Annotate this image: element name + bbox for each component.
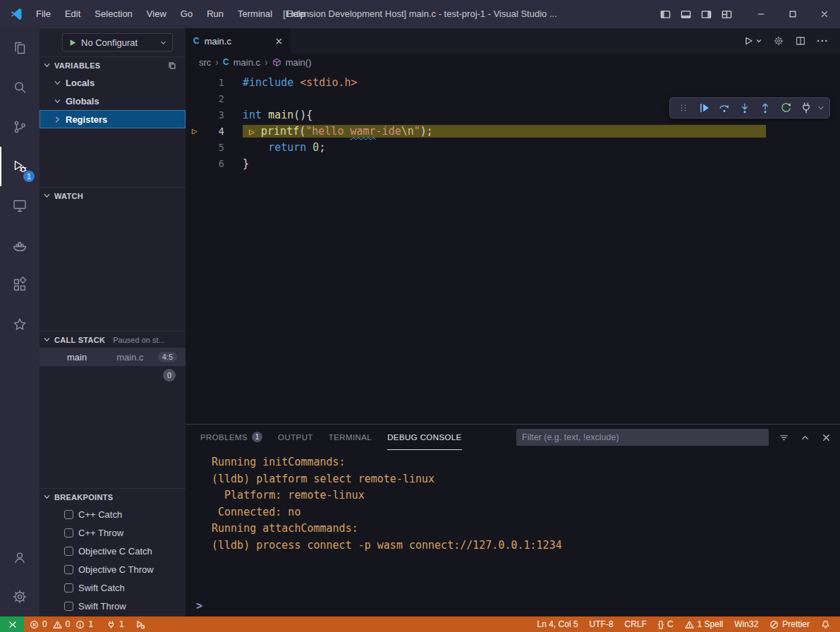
code-line-content[interactable]: ▷printf("hello wamr-ide\n"); xyxy=(243,125,766,138)
activity-extensions[interactable] xyxy=(0,265,39,305)
code-editor[interactable]: 1#include <stdio.h>23int main(){▷4 ▷prin… xyxy=(186,71,840,424)
variables-section-header[interactable]: VARIABLES xyxy=(39,56,185,73)
breakpoint-item[interactable]: Swift Throw xyxy=(39,597,185,615)
call-stack-frame[interactable]: main main.c 4:5 xyxy=(39,348,185,366)
breakpoint-checkbox[interactable] xyxy=(64,583,73,592)
panel-tab-terminal[interactable]: TERMINAL xyxy=(329,425,372,450)
breakpoint-checkbox[interactable] xyxy=(64,510,73,519)
menu-run[interactable]: Run xyxy=(200,0,231,28)
configure-gear-button[interactable] xyxy=(773,35,784,47)
ports-count: 1 xyxy=(119,619,124,629)
more-actions-button[interactable]: ··· xyxy=(817,35,829,47)
breakpoint-item[interactable]: C++ Catch xyxy=(39,505,185,523)
activity-run-and-debug[interactable]: 1 xyxy=(0,147,39,186)
breakpoints-section-header[interactable]: BREAKPOINTS xyxy=(39,488,185,505)
run-or-debug-button[interactable] xyxy=(743,35,762,47)
language-mode[interactable]: {} C xyxy=(652,616,679,632)
continue-button[interactable] xyxy=(694,99,713,116)
maximize-button[interactable] xyxy=(777,0,808,28)
formatter-status[interactable]: Prettier xyxy=(764,616,815,632)
code-line-1[interactable]: 1#include <stdio.h> xyxy=(186,74,840,90)
notifications-bell[interactable] xyxy=(815,616,836,632)
step-out-button[interactable] xyxy=(755,99,774,116)
watch-section-header[interactable]: WATCH xyxy=(39,187,185,204)
menu-edit[interactable]: Edit xyxy=(58,0,87,28)
variables-item-globals[interactable]: Globals xyxy=(39,92,185,110)
breakpoint-item[interactable]: Swift Catch xyxy=(39,578,185,597)
customize-layout-icon[interactable] xyxy=(722,9,732,20)
activity-explorer[interactable] xyxy=(0,28,39,68)
ports-status[interactable]: 1 xyxy=(101,616,130,632)
code-line-content[interactable]: #include <stdio.h> xyxy=(243,76,840,89)
breadcrumb-folder[interactable]: src xyxy=(199,57,211,68)
activity-settings[interactable] xyxy=(0,577,39,616)
menu-file[interactable]: File xyxy=(29,0,58,28)
chevron-down-icon[interactable] xyxy=(817,104,826,112)
remote-indicator[interactable] xyxy=(0,616,24,632)
inline-breakpoint-icon: ▷ xyxy=(249,126,261,137)
maximize-panel-icon[interactable] xyxy=(800,432,810,443)
breakpoint-checkbox[interactable] xyxy=(64,528,73,537)
toggle-panel-icon[interactable] xyxy=(681,9,691,20)
encoding-indicator[interactable]: UTF-8 xyxy=(584,616,619,632)
call-stack-section-header[interactable]: CALL STACK Paused on st... xyxy=(39,331,185,348)
debug-console-input[interactable]: > xyxy=(186,595,840,616)
cursor-position[interactable]: Ln 4, Col 5 xyxy=(532,616,584,632)
close-window-button[interactable] xyxy=(808,0,840,28)
step-over-button[interactable] xyxy=(714,99,734,116)
toggle-sidebar-right-icon[interactable] xyxy=(701,9,712,20)
breakpoint-item[interactable]: Objective C Catch xyxy=(39,542,185,560)
code-line-6[interactable]: 6} xyxy=(186,155,840,171)
breakpoint-checkbox[interactable] xyxy=(64,547,73,556)
tab-main-c[interactable]: C main.c xyxy=(186,28,291,54)
menu-selection[interactable]: Selection xyxy=(87,0,139,28)
breakpoint-checkbox[interactable] xyxy=(64,602,73,611)
minimize-button[interactable] xyxy=(745,0,777,28)
close-panel-icon[interactable] xyxy=(821,432,832,443)
info-count: 1 xyxy=(88,619,93,629)
platform-indicator[interactable]: Win32 xyxy=(729,616,764,632)
breakpoint-item[interactable]: C++ Throw xyxy=(39,523,185,542)
debug-current-line-arrow-icon[interactable]: ▷ xyxy=(186,126,203,136)
chevron-down-icon xyxy=(43,336,51,344)
eol-indicator[interactable]: CRLF xyxy=(619,616,652,632)
variables-item-locals[interactable]: Locals xyxy=(39,73,185,92)
debug-config-dropdown[interactable]: No Configurat xyxy=(62,33,173,51)
panel-tab-problems[interactable]: PROBLEMS1 xyxy=(200,425,262,450)
breakpoint-checkbox[interactable] xyxy=(64,565,73,574)
activity-favorites[interactable] xyxy=(0,305,39,344)
breadcrumb-symbol[interactable]: main() xyxy=(286,57,312,68)
problems-status[interactable]: 0 0 1 xyxy=(24,616,101,632)
variables-item-label: Globals xyxy=(66,96,99,107)
activity-docker[interactable] xyxy=(0,226,39,265)
panel-tab-output[interactable]: OUTPUT xyxy=(278,425,313,450)
close-tab-icon[interactable] xyxy=(274,37,284,46)
panel-tab-debug-console[interactable]: DEBUG CONSOLE xyxy=(387,425,462,450)
toggle-sidebar-left-icon[interactable] xyxy=(660,9,671,20)
activity-source-control[interactable] xyxy=(0,107,39,147)
step-into-button[interactable] xyxy=(735,99,754,116)
breakpoint-item[interactable]: Objective C Throw xyxy=(39,560,185,578)
restart-button[interactable] xyxy=(776,99,795,116)
activity-remote-explorer[interactable] xyxy=(0,186,39,226)
activity-accounts[interactable] xyxy=(0,537,39,577)
split-editor-button[interactable] xyxy=(795,35,806,47)
menu-view[interactable]: View xyxy=(140,0,174,28)
variables-item-registers[interactable]: Registers xyxy=(39,110,185,128)
breadcrumb-file[interactable]: main.c xyxy=(233,57,260,68)
disconnect-button[interactable] xyxy=(796,99,815,116)
menu-terminal[interactable]: Terminal xyxy=(231,0,279,28)
filter-icon[interactable] xyxy=(779,432,789,443)
menu-go[interactable]: Go xyxy=(174,0,200,28)
console-line: Running attachCommands: xyxy=(212,521,840,537)
code-line-content[interactable]: } xyxy=(243,157,840,170)
activity-search[interactable] xyxy=(0,68,39,107)
debug-session-status[interactable] xyxy=(130,616,151,632)
console-filter-input[interactable] xyxy=(516,429,769,446)
code-line-content[interactable]: return 0; xyxy=(243,141,840,154)
drag-handle-icon[interactable] xyxy=(674,99,693,116)
code-line-4[interactable]: ▷4 ▷printf("hello wamr-ide\n"); xyxy=(186,123,840,139)
copy-value-icon[interactable] xyxy=(167,61,177,71)
code-line-5[interactable]: 5 return 0; xyxy=(186,139,840,155)
spell-checker-status[interactable]: 1 Spell xyxy=(679,616,729,632)
